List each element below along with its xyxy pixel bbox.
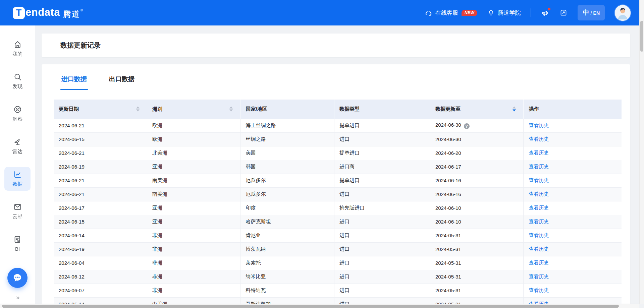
vertical-scrollbar-thumb[interactable] <box>640 21 643 52</box>
cell-updated-to-value: 2024-06-20 <box>435 150 461 156</box>
tab-import-data[interactable]: 进口数据 <box>60 75 88 90</box>
view-history-link[interactable]: 查看历史 <box>529 164 549 169</box>
help-icon[interactable]: ? <box>464 123 470 129</box>
page-title: 数据更新记录 <box>60 41 101 50</box>
cell-data-type: 进口 <box>334 256 430 270</box>
mail-icon <box>13 202 22 211</box>
cell-continent: 南美洲 <box>147 174 240 187</box>
view-history-link[interactable]: 查看历史 <box>529 287 549 293</box>
vertical-scrollbar[interactable] <box>639 0 644 304</box>
cell-updated-to: 2024-06-16 <box>430 187 523 201</box>
cell-country-value: 海上丝绸之路 <box>246 122 276 128</box>
cell-updated-to-value: 2024-05-31 <box>435 274 461 280</box>
sort-icon[interactable] <box>513 107 516 112</box>
language-toggle[interactable]: 中 / EN <box>578 5 605 20</box>
view-history-link[interactable]: 查看历史 <box>529 122 549 128</box>
announcements-button[interactable] <box>541 9 549 17</box>
cell-action: 查看历史 <box>524 187 622 201</box>
sort-icon[interactable] <box>229 107 233 112</box>
sidebar-expand-button[interactable]: » <box>16 293 19 301</box>
cell-update-date: 2024-06-04 <box>54 256 147 270</box>
cell-continent-value: 非洲 <box>152 260 162 265</box>
view-history-link[interactable]: 查看历史 <box>529 205 549 210</box>
user-avatar[interactable] <box>615 5 631 21</box>
horizontal-scrollbar[interactable] <box>0 304 639 308</box>
column-header[interactable]: 洲别 <box>147 100 240 119</box>
sidebar-item-mail[interactable]: 云邮 <box>4 199 31 223</box>
table-row: 2024-06-07非洲科特迪瓦进口2024-05-31查看历史 <box>54 284 622 297</box>
sidebar-item-data[interactable]: 数据 <box>4 167 31 191</box>
sidebar-item-bi[interactable]: BIBI <box>4 232 31 255</box>
cell-updated-to-value: 2024-05-31 <box>435 260 461 266</box>
lang-zh-label: 中 <box>583 8 589 17</box>
lang-separator: / <box>590 10 592 16</box>
lightbulb-icon <box>487 9 495 16</box>
cell-data-type: 提单进口 <box>334 146 430 160</box>
horizontal-scrollbar-thumb[interactable] <box>2 305 619 308</box>
cell-data-type-value: 进口 <box>339 232 350 238</box>
cell-data-type-value: 提单进口 <box>339 122 360 128</box>
view-history-link[interactable]: 查看历史 <box>529 273 549 279</box>
cell-data-type-value: 进口 <box>339 246 350 252</box>
column-header-label: 操作 <box>529 106 539 112</box>
cell-updated-to: 2024-05-31 <box>430 270 523 284</box>
cell-updated-to-value: 2024-05-31 <box>435 233 461 238</box>
cell-data-type-value: 提单进口 <box>339 177 360 183</box>
tab-export-data[interactable]: 出口数据 <box>108 75 136 90</box>
view-history-link[interactable]: 查看历史 <box>529 191 549 197</box>
cell-country-value: 纳米比亚 <box>246 273 266 279</box>
view-history-link[interactable]: 查看历史 <box>529 177 549 183</box>
sidebar-item-radar[interactable]: 雷达 <box>4 134 31 158</box>
svg-text:BI: BI <box>17 239 19 242</box>
sidebar-item-search[interactable]: 发现 <box>4 69 31 93</box>
cell-country: 丝绸之路 <box>240 132 334 146</box>
fullscreen-button[interactable] <box>559 9 568 17</box>
cell-continent-value: 欧洲 <box>152 122 162 128</box>
cell-country: 厄瓜多尔 <box>240 187 334 201</box>
cell-continent-value: 亚洲 <box>152 205 162 210</box>
view-history-link[interactable]: 查看历史 <box>529 219 549 224</box>
cell-updated-to-value: 2024-06-16 <box>435 178 461 183</box>
table-row: 2024-06-04非洲莱索托进口2024-05-31查看历史 <box>54 256 622 270</box>
column-header[interactable]: 数据更新至 <box>430 100 523 119</box>
title-card: 数据更新记录 <box>42 34 630 57</box>
nav-divider <box>531 8 531 17</box>
view-history-link[interactable]: 查看历史 <box>529 136 549 142</box>
view-history-link[interactable]: 查看历史 <box>529 246 549 252</box>
cell-country: 美国 <box>240 146 334 160</box>
cell-country-value: 丝绸之路 <box>246 136 266 142</box>
cell-update-date-value: 2024-06-15 <box>59 219 85 225</box>
view-history-link[interactable]: 查看历史 <box>529 232 549 238</box>
cell-updated-to-value: 2024-06-30 <box>435 136 461 142</box>
sidebar-item-insight[interactable]: 洞察 <box>4 102 31 126</box>
view-history-link[interactable]: 查看历史 <box>529 150 549 156</box>
cell-update-date-value: 2024-06-21 <box>59 191 85 197</box>
brand-logo[interactable]: T endata 腾道 ® <box>13 6 83 19</box>
sort-icon[interactable] <box>136 107 140 112</box>
cell-data-type-value: 进口 <box>339 260 350 265</box>
table-row: 2024-06-21北美洲美国提单进口2024-06-20查看历史 <box>54 146 622 160</box>
cell-continent: 南美洲 <box>147 187 240 201</box>
home-icon <box>13 40 22 49</box>
cell-data-type: 提单进口 <box>334 174 430 187</box>
new-badge: NEW <box>462 10 478 16</box>
cell-continent: 非洲 <box>147 229 240 242</box>
cell-continent-value: 欧洲 <box>152 136 162 142</box>
cell-updated-to: 2024-06-10 <box>430 201 523 215</box>
sidebar: 我的发现洞察雷达数据云邮BIBI » <box>0 25 35 308</box>
academy-link[interactable]: 腾道学院 <box>487 9 521 17</box>
cell-country-value: 肯尼亚 <box>246 232 261 238</box>
cell-continent-value: 非洲 <box>152 287 162 293</box>
cell-action: 查看历史 <box>524 160 622 174</box>
online-service-link[interactable]: 在线客服 NEW <box>425 9 478 17</box>
cell-continent: 亚洲 <box>147 160 240 174</box>
cell-data-type-value: 抢先版进口 <box>339 205 365 210</box>
chat-button[interactable] <box>7 268 28 288</box>
cell-action: 查看历史 <box>524 284 622 297</box>
cell-action: 查看历史 <box>524 174 622 187</box>
column-header[interactable]: 更新日期 <box>54 100 147 119</box>
sidebar-item-home[interactable]: 我的 <box>4 37 31 61</box>
view-history-link[interactable]: 查看历史 <box>529 260 549 265</box>
cell-action: 查看历史 <box>524 132 622 146</box>
column-header: 国家/地区 <box>240 100 334 119</box>
